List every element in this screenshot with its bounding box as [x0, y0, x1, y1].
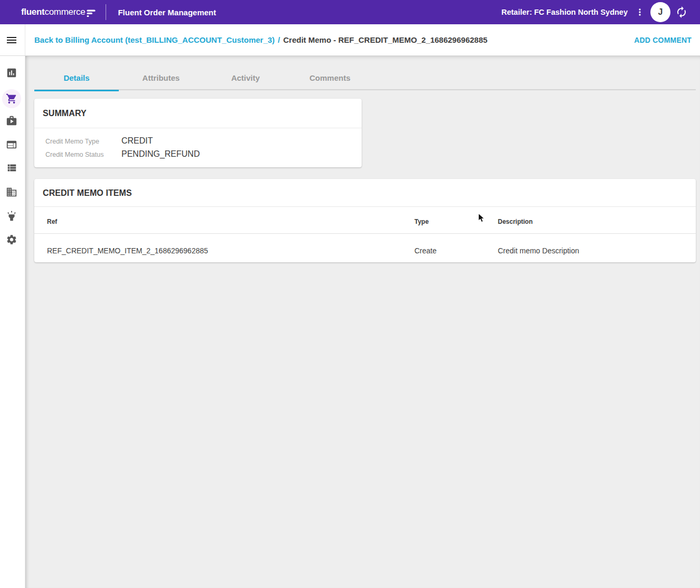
cell-description: Credit memo Description	[498, 233, 696, 262]
web-panel-icon	[6, 139, 17, 150]
settings-gear-icon	[6, 234, 17, 245]
breadcrumb-separator: /	[278, 35, 280, 44]
avatar-initial: J	[658, 7, 663, 17]
tab-details[interactable]: Details	[34, 65, 119, 90]
sidebar-item-settings[interactable]	[2, 230, 21, 249]
summary-card-title: SUMMARY	[43, 107, 353, 119]
summary-card-header: SUMMARY	[34, 99, 362, 128]
retailer-label: Retailer: FC Fashion North Sydney	[502, 8, 628, 16]
page-header: Back to Billing Account (test_BILLING_AC…	[0, 24, 700, 56]
credit-memo-items-title: CREDIT MEMO ITEMS	[43, 187, 687, 199]
sidebar-item-analytics[interactable]	[2, 63, 21, 82]
logo-text-commerce: commerce	[44, 7, 85, 17]
field-label-credit-memo-status: Credit Memo Status	[45, 148, 121, 161]
credit-memo-items-table: Ref Type Description REF_CREDIT_MEMO_ITE…	[34, 207, 696, 262]
active-tab-indicator	[34, 90, 119, 91]
cell-ref: REF_CREDIT_MEMO_ITEM_2_1686296962885	[34, 233, 414, 262]
appbar-right-group: Retailer: FC Fashion North Sydney J	[502, 2, 700, 22]
briefcase-play-icon	[6, 115, 17, 127]
breadcrumb-back-link[interactable]: Back to Billing Account (test_BILLING_AC…	[34, 35, 275, 44]
cell-type: Create	[414, 233, 498, 262]
more-options-button[interactable]	[632, 3, 647, 22]
tab-bar: Details Attributes Activity Comments	[34, 65, 696, 90]
credit-memo-items-card: CREDIT MEMO ITEMS Ref Type Description R…	[34, 179, 696, 262]
logo-text-fluent: fluent	[21, 7, 44, 17]
hamburger-menu-button[interactable]	[5, 34, 18, 46]
summary-fields: Credit Memo Type CREDIT Credit Memo Stat…	[34, 128, 362, 167]
tab-activity[interactable]: Activity	[203, 65, 288, 90]
breadcrumb: Back to Billing Account (test_BILLING_AC…	[34, 35, 487, 44]
refresh-sync-icon	[675, 6, 688, 18]
product-title: Fluent Order Management	[118, 8, 216, 17]
refresh-button[interactable]	[675, 6, 688, 18]
sidebar-item-insights[interactable]	[2, 206, 21, 225]
credit-memo-items-header: CREDIT MEMO ITEMS	[34, 179, 696, 207]
column-header-description: Description	[498, 207, 696, 233]
sidebar-item-workflows[interactable]	[2, 111, 21, 130]
hamburger-menu-icon	[5, 34, 18, 46]
field-label-credit-memo-type: Credit Memo Type	[45, 135, 121, 148]
sidebar-nav	[0, 56, 25, 588]
app-bar: fluentcommerce Fluent Order Management R…	[0, 0, 700, 24]
tab-activity-label: Activity	[231, 73, 260, 82]
main-content: Details Attributes Activity Comments SUM…	[25, 56, 700, 588]
building-icon	[6, 186, 17, 198]
list-icon	[6, 162, 17, 174]
add-comment-button[interactable]: ADD COMMENT	[634, 33, 692, 48]
sidebar-item-lists[interactable]	[2, 158, 21, 177]
summary-field-row: Credit Memo Status PENDING_REFUND	[45, 148, 353, 161]
tab-attributes-label: Attributes	[143, 73, 180, 82]
tab-comments[interactable]: Comments	[288, 65, 372, 90]
sidebar-item-webapps[interactable]	[2, 135, 21, 154]
bar-chart-icon	[6, 67, 17, 79]
tab-details-label: Details	[63, 73, 89, 82]
logo-flow-icon	[87, 10, 96, 17]
fluentcommerce-logo: fluentcommerce	[21, 7, 96, 17]
column-header-type: Type	[414, 207, 498, 233]
more-vert-icon	[635, 7, 645, 17]
table-header-row: Ref Type Description	[34, 207, 696, 233]
summary-field-row: Credit Memo Type CREDIT	[45, 135, 353, 148]
summary-card: SUMMARY Credit Memo Type CREDIT Credit M…	[34, 99, 362, 167]
table-row[interactable]: REF_CREDIT_MEMO_ITEM_2_1686296962885 Cre…	[34, 233, 696, 262]
tab-attributes[interactable]: Attributes	[119, 65, 203, 90]
shopping-cart-icon	[6, 93, 17, 105]
tab-comments-label: Comments	[309, 73, 351, 82]
sidebar-item-organisation[interactable]	[2, 183, 21, 202]
column-header-ref: Ref	[34, 207, 414, 233]
menu-cell	[0, 24, 25, 55]
sidebar-item-orders[interactable]	[2, 89, 21, 108]
torch-icon	[6, 210, 17, 222]
appbar-divider	[106, 4, 106, 20]
field-value-credit-memo-status: PENDING_REFUND	[121, 148, 200, 160]
body-layout: Details Attributes Activity Comments SUM…	[0, 56, 700, 588]
user-avatar[interactable]: J	[650, 2, 670, 22]
field-value-credit-memo-type: CREDIT	[121, 135, 153, 147]
page-title: Credit Memo - REF_CREDIT_MEMO_2_16862969…	[283, 35, 488, 44]
